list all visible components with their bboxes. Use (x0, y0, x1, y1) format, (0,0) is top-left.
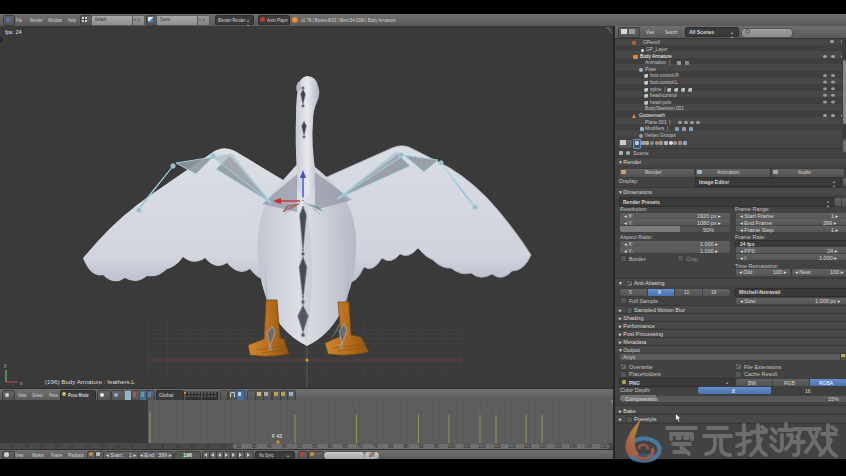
svg-text:90: 90 (419, 444, 425, 449)
svg-text:60: 60 (327, 444, 333, 449)
svg-text:-35: -35 (38, 444, 45, 449)
svg-text:-45: -45 (7, 444, 14, 449)
svg-text:20: 20 (206, 444, 212, 449)
svg-text:25: 25 (221, 444, 227, 449)
svg-text:95: 95 (434, 444, 440, 449)
svg-text:40: 40 (267, 444, 273, 449)
svg-text:30: 30 (236, 444, 242, 449)
svg-text:10: 10 (175, 444, 181, 449)
svg-text:80: 80 (388, 444, 394, 449)
svg-text:75: 75 (373, 444, 379, 449)
svg-text:105: 105 (463, 444, 471, 449)
svg-text:(196) Body Armature : feathers: (196) Body Armature : feathers.L (45, 378, 135, 385)
svg-text:-15: -15 (99, 444, 106, 449)
svg-text:45: 45 (282, 444, 288, 449)
svg-text:65: 65 (343, 444, 349, 449)
svg-text:100: 100 (448, 444, 456, 449)
svg-text:F 43: F 43 (272, 433, 282, 439)
svg-text:-10: -10 (114, 444, 121, 449)
svg-text:115: 115 (494, 444, 502, 449)
svg-text:145: 145 (585, 444, 593, 449)
svg-text:135: 135 (554, 444, 562, 449)
svg-text:35: 35 (251, 444, 257, 449)
svg-text:y: y (4, 362, 7, 368)
svg-text:-5: -5 (130, 444, 134, 449)
svg-text:125: 125 (524, 444, 532, 449)
svg-text:70: 70 (358, 444, 364, 449)
svg-text:120: 120 (509, 444, 517, 449)
svg-text:110: 110 (478, 444, 486, 449)
svg-text:-20: -20 (83, 444, 90, 449)
svg-text:150: 150 (600, 444, 608, 449)
svg-text:fps: 24: fps: 24 (5, 29, 22, 35)
svg-text:-25: -25 (68, 444, 75, 449)
svg-text:55: 55 (312, 444, 318, 449)
svg-text:x: x (20, 380, 23, 386)
svg-text:85: 85 (403, 444, 409, 449)
svg-text:15: 15 (191, 444, 197, 449)
svg-text:50: 50 (297, 444, 303, 449)
svg-text:-30: -30 (53, 444, 60, 449)
svg-text:130: 130 (539, 444, 547, 449)
svg-text:140: 140 (569, 444, 577, 449)
svg-text:-40: -40 (23, 444, 30, 449)
